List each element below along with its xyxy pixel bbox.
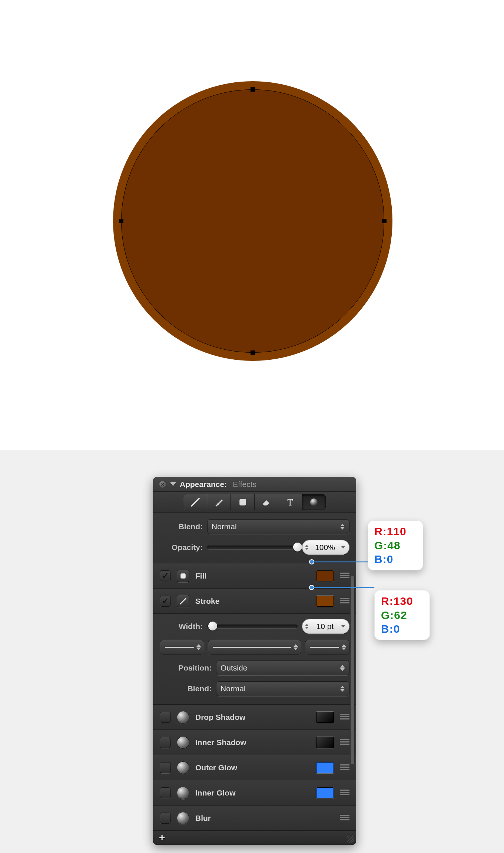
tab-path[interactable]	[183, 494, 207, 510]
effect-checkbox[interactable]	[160, 787, 171, 798]
callout-b: B:0	[374, 553, 393, 565]
dropdown-arrows-icon	[293, 644, 298, 650]
page-root: ✕ Appearance: Effects	[0, 0, 504, 853]
chevron-down-icon[interactable]	[341, 546, 346, 549]
position-select[interactable]: Outside	[216, 661, 349, 675]
appearance-panel: ✕ Appearance: Effects	[153, 477, 356, 845]
selection-handle-right[interactable]	[382, 219, 387, 223]
selection-handle-top[interactable]	[251, 87, 255, 92]
svg-point-3	[310, 498, 318, 506]
row-stroke-styles	[160, 637, 349, 658]
row-drag-handle-icon[interactable]	[340, 764, 349, 771]
stepper-icon[interactable]	[304, 545, 309, 550]
block-stroke-detail: Width: 10 pt	[153, 614, 356, 705]
document-canvas[interactable]	[0, 0, 504, 450]
width-value-pill[interactable]: 10 pt	[302, 619, 349, 634]
selection-outline	[121, 89, 384, 353]
svg-line-0	[192, 498, 199, 506]
dropdown-arrows-icon	[341, 644, 346, 650]
effect-swatch[interactable]	[316, 787, 334, 798]
effect-checkbox[interactable]	[160, 762, 171, 773]
opacity-value: 100%	[315, 543, 335, 552]
fx-sphere-icon	[177, 761, 189, 774]
fx-sphere-icon	[177, 787, 189, 799]
effect-checkbox[interactable]	[160, 712, 171, 723]
stroke-swatch[interactable]	[316, 596, 334, 607]
panel-footer: +	[153, 831, 356, 845]
chevron-down-icon[interactable]	[341, 625, 346, 628]
opacity-slider[interactable]	[207, 546, 298, 549]
effect-checkbox[interactable]	[160, 737, 171, 748]
row-blend: Blend: Normal	[160, 516, 349, 537]
position-label: Position:	[160, 663, 212, 672]
close-icon[interactable]: ✕	[159, 481, 166, 488]
panel-subtitle: Effects	[233, 480, 256, 489]
fill-checkbox[interactable]: ✓	[160, 570, 171, 582]
effect-swatch[interactable]	[316, 762, 334, 773]
callout-r: R:110	[374, 525, 407, 537]
stroke-checkbox[interactable]: ✓	[160, 596, 171, 607]
stroke-label: Stroke	[195, 597, 310, 606]
panel-scrollbar-thumb[interactable]	[350, 576, 355, 765]
brush-icon	[213, 497, 225, 508]
tab-rect[interactable]	[231, 494, 255, 510]
row-stroke-blend: Blend: Normal	[160, 678, 349, 699]
fx-sphere-icon	[177, 812, 189, 824]
fill-label: Fill	[195, 572, 310, 580]
panel-backdrop: ✕ Appearance: Effects	[0, 450, 504, 853]
leader-line-fill	[312, 561, 368, 562]
row-drag-handle-icon[interactable]	[340, 598, 349, 605]
stepper-icon[interactable]	[304, 624, 309, 629]
disclosure-triangle-icon[interactable]	[170, 482, 176, 486]
position-value: Outside	[220, 663, 247, 672]
callout-g: G:62	[381, 609, 407, 621]
tab-eraser[interactable]	[255, 494, 278, 510]
selection-handle-left[interactable]	[119, 219, 123, 223]
effect-checkbox[interactable]	[160, 813, 171, 824]
row-drag-handle-icon[interactable]	[340, 815, 349, 821]
row-drag-handle-icon[interactable]	[340, 714, 349, 721]
row-stroke: ✓ Stroke	[153, 589, 356, 614]
row-drag-handle-icon[interactable]	[340, 573, 349, 579]
effect-swatch[interactable]	[316, 737, 334, 748]
opacity-value-pill[interactable]: 100%	[302, 540, 349, 555]
tab-text[interactable]: T	[278, 494, 302, 510]
svg-line-5	[180, 598, 186, 604]
callout-r: R:130	[381, 595, 413, 607]
slider-knob[interactable]	[293, 543, 302, 551]
dropdown-arrows-icon	[196, 644, 201, 650]
row-drag-handle-icon[interactable]	[340, 739, 349, 746]
callout-stroke-rgb: R:130 G:62 B:0	[374, 590, 430, 640]
blend-select[interactable]: Normal	[207, 519, 349, 534]
stroke-blend-label: Blend:	[160, 684, 212, 693]
stroke-dash-select[interactable]	[208, 640, 301, 655]
leader-line-stroke	[312, 587, 374, 588]
stroke-blend-select[interactable]: Normal	[216, 681, 349, 696]
width-slider[interactable]	[207, 625, 298, 628]
selection-handle-bottom[interactable]	[251, 350, 255, 355]
svg-rect-1	[239, 499, 246, 505]
callout-fill-rgb: R:110 G:48 B:0	[368, 520, 423, 570]
stroke-icon	[177, 595, 189, 607]
stroke-blend-value: Normal	[220, 684, 246, 693]
text-icon: T	[285, 497, 296, 508]
eraser-icon	[261, 497, 272, 508]
row-fill: ✓ Fill	[153, 563, 356, 589]
stroke-arrow-select[interactable]	[305, 640, 349, 655]
stroke-cap-select[interactable]	[160, 640, 204, 655]
panel-header[interactable]: ✕ Appearance: Effects	[153, 477, 356, 492]
effect-label: Blur	[195, 814, 310, 823]
slider-knob[interactable]	[208, 622, 217, 630]
blend-value: Normal	[212, 522, 237, 531]
dropdown-arrows-icon	[340, 686, 345, 692]
fill-swatch[interactable]	[316, 570, 334, 582]
add-effect-button[interactable]: +	[159, 832, 165, 844]
width-value: 10 pt	[316, 622, 334, 631]
fx-sphere-icon	[177, 736, 189, 749]
tab-fx[interactable]	[302, 494, 326, 510]
effect-swatch[interactable]	[316, 712, 334, 723]
path-icon	[190, 497, 201, 508]
tab-brush[interactable]	[207, 494, 231, 510]
svg-text:T: T	[287, 497, 293, 507]
row-drag-handle-icon[interactable]	[340, 790, 349, 796]
